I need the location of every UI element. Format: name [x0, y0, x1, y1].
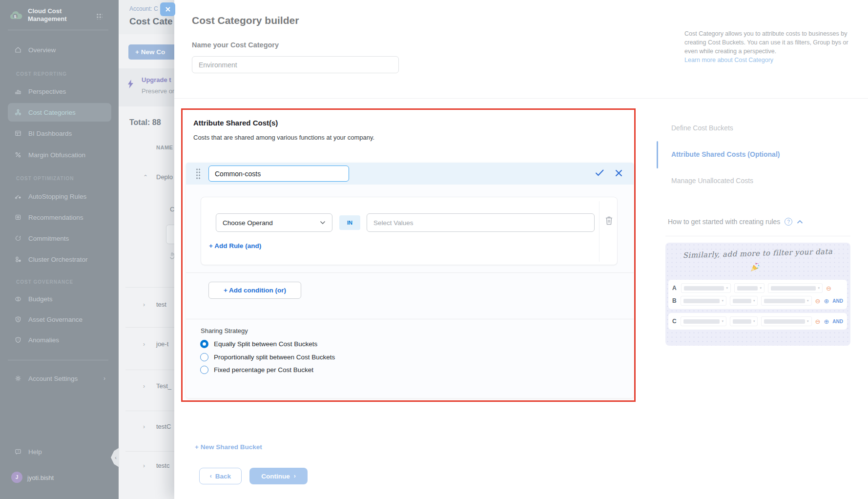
table-row[interactable]: Test_ [156, 382, 171, 390]
chevron-right-icon: › [294, 473, 296, 479]
add-condition-button[interactable]: + Add condition (or) [208, 282, 301, 299]
drag-handle-icon[interactable] [196, 168, 201, 180]
sidebar-item-asset-governance[interactable]: $ Asset Governance [8, 312, 111, 327]
percent-icon [14, 151, 22, 159]
chevron-right-icon[interactable]: › [143, 462, 145, 469]
strategy-option-equal[interactable]: Equally Split between Cost Buckets [200, 339, 317, 349]
delete-rule-button[interactable] [604, 215, 614, 228]
bar-chart-icon [14, 87, 22, 95]
step-define-cost-buckets[interactable]: Define Cost Buckets [671, 124, 733, 132]
section-divider [174, 98, 868, 99]
cloud-cost-logo-icon: $ [9, 10, 23, 23]
new-cost-category-button[interactable]: + New Co [128, 44, 177, 60]
category-tree-icon [14, 108, 22, 116]
table-row[interactable]: test [156, 301, 166, 308]
add-rule-link[interactable]: + Add Rule (and) [209, 242, 261, 250]
skeleton-dropdown: ▾ [761, 316, 811, 326]
sharing-strategy-label: Sharing Strategy [201, 327, 248, 334]
example-rule-row: A ▾ ▾ ▾ ⊖ [672, 282, 843, 294]
chevron-up-icon[interactable] [797, 220, 803, 224]
sidebar: $ Cloud Cost Management Overview COST RE… [0, 0, 119, 499]
banner-title[interactable]: Upgrade t [142, 76, 171, 83]
howto-title: How to get started with creating rules [668, 218, 780, 226]
user-name[interactable]: jyoti.bisht [27, 474, 54, 481]
skeleton-dropdown: ▾ [768, 283, 823, 293]
close-button[interactable] [160, 2, 175, 16]
sidebar-item-perspectives[interactable]: Perspectives [8, 84, 111, 99]
sidebar-item-commitments[interactable]: Commitments [8, 231, 111, 246]
example-rule-row: C ▾ ▾ ▾ ⊖ ⊕ AND [672, 315, 843, 328]
page-title: Cost Cate [129, 16, 173, 27]
chevron-left-icon: ‹ [210, 473, 212, 479]
skeleton-dropdown: ▾ [734, 283, 765, 293]
table-row[interactable]: joe-t [156, 340, 168, 348]
back-button[interactable]: ‹ Back [199, 468, 242, 484]
attribute-shared-costs-highlight: Attribute Shared Cost(s) Costs that are … [181, 108, 636, 402]
remove-circle-icon: ⊖ [826, 285, 831, 291]
help-circle-icon[interactable]: ? [785, 218, 792, 226]
account-breadcrumb[interactable]: Account: C [129, 5, 158, 12]
cost-category-name-input[interactable] [192, 56, 399, 73]
sidebar-item-autostopping-rules[interactable]: AutoStopping Rules [8, 189, 111, 204]
bucket-name-input[interactable] [208, 166, 349, 182]
add-circle-icon: ⊕ [824, 298, 829, 304]
shield-alert-icon: ! [14, 336, 22, 344]
sidebar-item-recommendations[interactable]: Recommendations [8, 210, 111, 225]
step-manage-unallocated-costs[interactable]: Manage Unallocated Costs [671, 177, 753, 185]
chevron-down-icon [320, 221, 326, 225]
home-icon [14, 46, 22, 54]
sidebar-item-margin-obfuscation[interactable]: Margin Obfuscation [8, 147, 111, 162]
sidebar-item-anomalies[interactable]: ! Anomalies [8, 333, 111, 347]
operand-select[interactable]: Choose Operand [216, 213, 332, 232]
screen: $ Cloud Cost Management Overview COST RE… [0, 0, 868, 499]
new-shared-bucket-link[interactable]: + New Shared Bucket [195, 443, 262, 451]
sidebar-item-cluster-orchestrator[interactable]: Cluster Orchestrator [8, 252, 111, 267]
svg-text:$: $ [14, 14, 16, 19]
chevron-up-icon[interactable]: ⌃ [143, 174, 148, 181]
sidebar-item-bi-dashboards[interactable]: BI Dashboards [8, 126, 111, 141]
refresh-clock-icon [14, 234, 22, 242]
svg-text:!: ! [18, 338, 19, 341]
chevron-right-icon[interactable]: › [143, 341, 145, 348]
drawer-title: Cost Category builder [192, 15, 299, 26]
radio-icon[interactable] [200, 366, 208, 374]
avatar[interactable]: J [11, 472, 22, 483]
sidebar-item-budgets[interactable]: $ Budgets [8, 291, 111, 306]
strategy-option-proportional[interactable]: Proportionally split between Cost Bucket… [200, 352, 335, 362]
continue-button[interactable]: Continue › [249, 468, 308, 484]
active-step-indicator [657, 141, 658, 168]
table-row[interactable]: Deplo [156, 173, 173, 181]
chevron-right-icon[interactable]: › [143, 423, 145, 430]
example-rule-row: B ▾ ▾ ▾ ⊖ ⊕ AND [672, 294, 843, 307]
remove-circle-icon: ⊖ [815, 298, 821, 304]
sidebar-item-account-settings[interactable]: Account Settings › [8, 371, 111, 386]
howto-header[interactable]: How to get started with creating rules ? [668, 218, 803, 226]
svg-text:$: $ [17, 317, 19, 321]
sidebar-item-overview[interactable]: Overview [8, 42, 111, 57]
chevron-right-icon[interactable]: › [143, 383, 145, 390]
background-page: Account: C Cost Cate + New Co Upgrade t … [119, 0, 177, 499]
radio-icon[interactable] [200, 340, 208, 348]
about-text: Cost Category allows you to attribute co… [684, 29, 848, 64]
app-title: Cloud Cost Management [28, 7, 82, 23]
name-field-label: Name your Cost Category [192, 41, 279, 49]
cluster-icon [14, 255, 22, 263]
svg-text:?: ? [17, 450, 19, 453]
sidebar-divider [8, 30, 108, 30]
select-values-input[interactable] [367, 213, 595, 232]
module-grid-icon[interactable] [96, 13, 103, 20]
chevron-right-icon[interactable]: › [143, 301, 145, 308]
confirm-bucket-button[interactable] [595, 169, 604, 179]
strategy-option-fixed[interactable]: Fixed percentage per Cost Bucket [200, 365, 313, 374]
learn-more-link[interactable]: Learn more about Cost Category [684, 56, 773, 64]
table-row[interactable]: testC [156, 423, 171, 430]
step-attribute-shared-costs[interactable]: Attribute Shared Costs (Optional) [671, 150, 780, 158]
sidebar-item-help[interactable]: ? Help [8, 444, 111, 459]
chevron-right-icon: › [103, 375, 105, 382]
add-circle-icon: ⊕ [824, 318, 829, 325]
radio-icon[interactable] [200, 353, 208, 361]
remove-bucket-button[interactable] [615, 169, 622, 179]
shield-dollar-icon: $ [14, 315, 22, 323]
table-row[interactable]: testc [156, 462, 169, 469]
sidebar-item-cost-categories[interactable]: Cost Categories [8, 103, 111, 122]
